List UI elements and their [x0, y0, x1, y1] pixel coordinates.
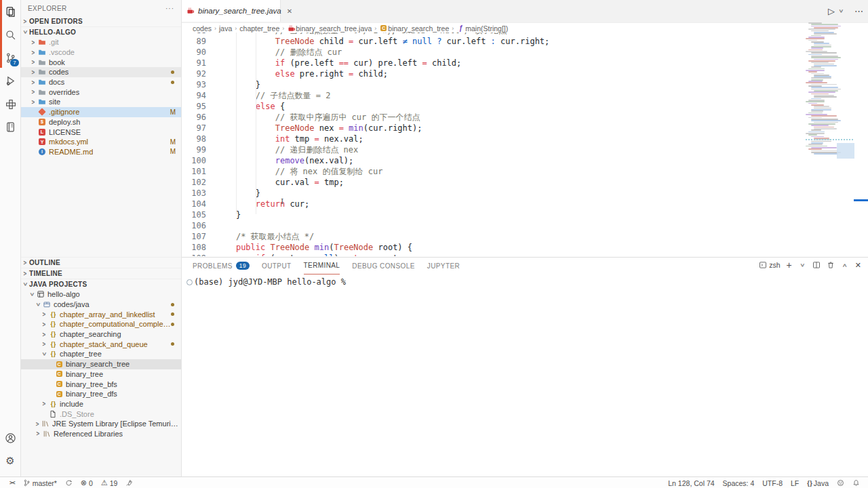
section-outline[interactable]: >OUTLINE [21, 257, 181, 268]
section-java-projects[interactable]: >JAVA PROJECTS [21, 279, 181, 289]
java-tree-hello-algo[interactable]: >hello-algo [21, 289, 181, 300]
breadcrumb-item-2[interactable]: chapter_tree [239, 24, 279, 33]
workspace-root-section[interactable]: > HELLO-ALGO [21, 26, 181, 37]
status-error-icon[interactable]: ⊗0 [77, 477, 97, 488]
status-sync-icon[interactable] [61, 477, 77, 488]
line-number: 90 [182, 47, 216, 58]
file-row--gitignore[interactable]: .gitignoreM [21, 107, 181, 117]
status-feedback-icon[interactable] [833, 477, 848, 488]
activity-files-icon[interactable] [0, 0, 20, 23]
status-braces-small-icon[interactable]: { }Java [803, 477, 833, 488]
tab-binary-search-tree[interactable]: binary_search_tree.java ✕ [182, 0, 281, 22]
java-tree-chapter_tree[interactable]: >{ }chapter_tree [21, 349, 181, 359]
code-lines: 88 // 当子结点数量 = 0 / 1 时, child = null / 该… [182, 33, 806, 256]
code-line-105: 105 } [182, 209, 806, 220]
section-timeline[interactable]: >TIMELINE [21, 268, 181, 279]
new-terminal-icon[interactable]: + [787, 260, 792, 270]
split-terminal-icon[interactable] [812, 261, 821, 269]
code-text: return cur; [216, 199, 309, 209]
breadcrumb-item-1[interactable]: java [219, 24, 232, 33]
panel-tab-problems[interactable]: PROBLEMS19 [193, 258, 250, 274]
chevron-spacer [46, 390, 54, 398]
file-row-book[interactable]: >book [21, 57, 181, 67]
java-tree-chapter_computational_complexi[interactable]: >{ }chapter_computational_complexity [21, 319, 181, 329]
status-text-1[interactable]: Spaces: 4 [719, 477, 759, 488]
java-tree-chapter_searching[interactable]: >{ }chapter_searching [21, 329, 181, 340]
java-tree--DS_Store[interactable]: .DS_Store [21, 409, 181, 419]
terminal-box-icon[interactable]: zsh [759, 261, 780, 269]
breadcrumb-item-5[interactable]: ƒmain(String[]) [456, 24, 508, 33]
status-text-2[interactable]: UTF-8 [758, 477, 787, 488]
activity-account-icon[interactable] [0, 426, 20, 449]
java-tree-binary_search_tree[interactable]: Cbinary_search_tree [21, 359, 181, 369]
status-text-0[interactable]: Ln 128, Col 74 [664, 477, 718, 488]
chevron-right-icon: > [29, 78, 37, 86]
file-row--vscode[interactable]: >.vscode [21, 47, 181, 58]
open-editors-section[interactable]: > OPEN EDITORS [21, 16, 181, 26]
status-branch-icon[interactable]: master* [19, 477, 61, 488]
activity-source-control-icon[interactable]: 7 [0, 46, 20, 69]
chevron-right-icon: > [29, 88, 37, 96]
status-remote-icon[interactable]: >< [5, 477, 19, 488]
code-text: // 删除结点 cur [216, 47, 342, 58]
file-row-codes[interactable]: >codes [21, 67, 181, 77]
java-tree-binary_tree_bfs[interactable]: Cbinary_tree_bfs [21, 379, 181, 389]
breadcrumb-item-0[interactable]: codes [193, 24, 212, 33]
kill-terminal-icon[interactable] [827, 261, 835, 269]
code-editor[interactable]: 88 // 当子结点数量 = 0 / 1 时, child = null / 该… [182, 33, 806, 256]
code-line-90: 90 // 删除结点 cur [182, 47, 806, 58]
tab-close-icon[interactable]: ✕ [285, 7, 294, 16]
panel-tab-output[interactable]: OUTPUT [262, 258, 292, 274]
breadcrumb-item-4[interactable]: Cbinary_search_tree [379, 24, 449, 33]
file-row-deploy-sh[interactable]: $deploy.sh [21, 117, 181, 127]
activity-search-icon[interactable] [0, 23, 20, 46]
status-label: master* [33, 479, 57, 487]
terminal-dropdown-icon[interactable]: > [798, 262, 806, 268]
panel-tab-terminal[interactable]: TERMINAL [304, 258, 340, 274]
file-row-mkdocs-yml[interactable]: Ymkdocs.ymlM [21, 137, 181, 147]
file-row-site[interactable]: >site [21, 97, 181, 107]
status-text-3[interactable]: LF [787, 477, 803, 488]
java-tree-include[interactable]: >{ }include [21, 399, 181, 409]
breadcrumb-item-3[interactable]: binary_search_tree.java [287, 24, 372, 33]
file-row-README-md[interactable]: iREADME.mdM [21, 147, 181, 157]
breadcrumb: codes›java›chapter_tree›binary_search_tr… [182, 23, 868, 33]
status-bell-icon[interactable] [848, 477, 864, 488]
tree-label: .DS_Store [60, 410, 94, 418]
status-label: 0 [89, 479, 93, 487]
more-actions-icon[interactable]: ⋯ [854, 6, 864, 16]
activity-run-debug-icon[interactable] [0, 69, 20, 92]
java-tree-codes-java[interactable]: >codes/java [21, 300, 181, 310]
java-tree-chapter_stack_and_queue[interactable]: >{ }chapter_stack_and_queue [21, 339, 181, 349]
terminal-command-decoration [186, 279, 193, 285]
sidebar-more-icon[interactable]: ··· [165, 5, 174, 12]
activity-settings-gear-icon[interactable]: ⚙ [0, 449, 20, 472]
activity-extensions-icon[interactable] [0, 92, 20, 115]
file-row-LICENSE[interactable]: LLICENSE [21, 127, 181, 137]
run-icon[interactable]: ▷ [828, 6, 835, 16]
file-row--git[interactable]: >.git [21, 37, 181, 47]
java-tree-binary_tree[interactable]: Cbinary_tree [21, 369, 181, 380]
terminal-prompt[interactable]: (base) jyd@JYD-MBP hello-algo % [194, 277, 346, 287]
overview-ruler[interactable] [854, 22, 868, 257]
close-panel-icon[interactable]: ✕ [855, 261, 861, 270]
maximize-panel-icon[interactable]: > [841, 262, 849, 268]
minimap-line [814, 153, 838, 155]
java-tree-binary_tree_dfs[interactable]: Cbinary_tree_dfs [21, 389, 181, 399]
panel-tab-debug-console[interactable]: DEBUG CONSOLE [352, 258, 414, 274]
breadcrumb-separator: › [452, 25, 454, 32]
activity-notebook-icon[interactable] [0, 115, 20, 138]
java-tree-chapter_array_and_linkedlist[interactable]: >{ }chapter_array_and_linkedlist [21, 309, 181, 319]
minimap[interactable] [806, 22, 854, 162]
panel-tab-jupyter[interactable]: JUPYTER [427, 258, 460, 274]
file-row-docs[interactable]: >docs [21, 77, 181, 87]
java-file-icon [287, 24, 296, 33]
status-rocket-icon[interactable] [121, 477, 137, 488]
status-warning-icon[interactable]: ⚠19 [97, 477, 122, 488]
section-label: TIMELINE [29, 270, 62, 277]
file-row-overrides[interactable]: >overrides [21, 87, 181, 97]
run-chevron-icon[interactable]: > [840, 8, 845, 14]
java-tree-JRE-System-Library-Eclipse-Tem[interactable]: >JRE System Library [Eclipse Temurin 17 … [21, 419, 181, 429]
status-left: ><master*⊗0⚠19 [5, 477, 137, 488]
java-tree-Referenced-Libraries[interactable]: >Referenced Libraries [21, 429, 181, 439]
